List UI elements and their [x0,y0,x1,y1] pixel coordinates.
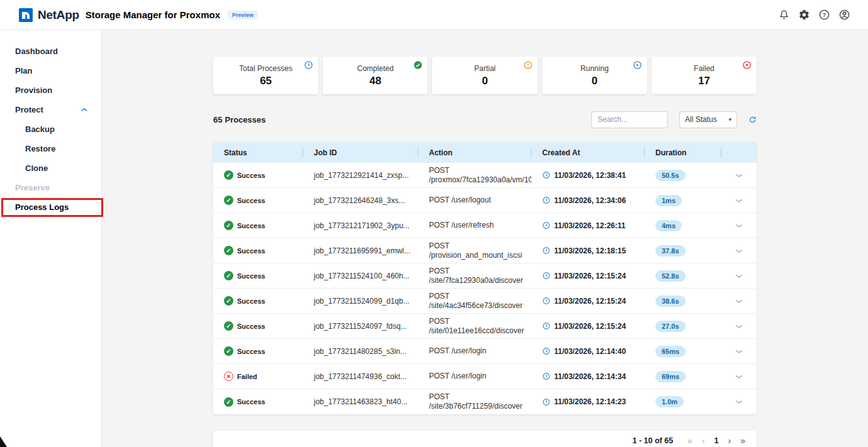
netapp-logo-icon [19,8,33,22]
table-row: ✓Success job_1773212171902_3ypu... POST … [213,213,757,238]
table-row: ✓Success job_1773211480285_s3in... POST … [213,339,757,364]
success-icon: ✓ [224,321,233,331]
expand-chevron-down-icon[interactable] [733,372,745,381]
first-page-button[interactable]: « [687,436,693,445]
sidebar-item-dashboard[interactable]: Dashboard [0,41,101,61]
status-label: Success [237,323,265,330]
sidebar-item-label: Preserve [15,183,50,192]
stat-card-completed: Completed 48 [323,57,428,94]
pagination-bar: 1 - 10 of 65 « ‹ 1 › » [213,431,757,447]
refresh-icon[interactable] [748,116,757,124]
status-badge: ✓Success [224,221,265,230]
sidebar-item-provision[interactable]: Provision [0,80,101,100]
status-label: Success [237,247,265,255]
job-id: job_1773212171902_3ypu... [303,221,418,230]
table-row: ✓Success job_1773211463823_ht40... POST … [213,389,757,414]
status-label: Success [237,222,265,229]
success-icon: ✓ [224,346,233,356]
stat-value: 17 [698,75,710,87]
action: POST /site/3b76cf711259/discover [418,392,531,411]
stat-card-running: Running 0 [542,57,647,94]
current-page-number[interactable]: 1 [715,436,719,445]
status-filter-select[interactable]: All Status ▾ [679,111,737,128]
stat-label: Failed [694,64,715,73]
created-at: 11/03/2026, 12:18:15 [554,246,626,255]
action: POST /provision_and_mount_iscsi [418,241,531,260]
play-circle-icon [633,60,642,70]
expand-chevron-down-icon[interactable] [733,297,745,306]
sidebar-item-backup[interactable]: Backup [0,119,101,139]
sidebar-item-protect[interactable]: Protect [0,100,101,119]
expand-chevron-down-icon[interactable] [733,322,745,331]
expand-chevron-down-icon[interactable] [733,196,745,205]
job-id: job_1773211474936_cokt... [303,372,418,381]
expand-chevron-down-icon[interactable] [733,221,745,230]
chevron-up-icon [80,106,89,114]
expand-chevron-down-icon[interactable] [733,246,745,255]
action: POST /site/01e11ee16ccd/discover [418,317,531,336]
help-icon[interactable]: ? [818,9,830,21]
profile-icon[interactable] [838,9,850,21]
stat-cards: Total Processes 65 Completed 48 Partial … [213,57,757,94]
column-header-expand [721,142,757,163]
expand-chevron-down-icon[interactable] [733,347,745,356]
processes-count: 65Processes [213,115,269,124]
sidebar-item-plan[interactable]: Plan [0,61,101,80]
column-header-action: Action [418,142,531,163]
clock-icon [542,246,550,255]
job-id: job_1773211524100_460h... [303,272,418,280]
prev-page-button[interactable]: ‹ [702,436,705,445]
list-toolbar: 65Processes All Status ▾ [213,111,757,128]
preview-badge: Preview [228,11,258,19]
failed-icon: ✕ [224,372,233,381]
status-badge: ✓Success [224,346,265,356]
duration-badge: 1.0m [655,396,684,407]
table-row: ✓Success job_1773212646248_3xs... POST /… [213,188,757,213]
last-page-button[interactable]: » [740,436,745,445]
clock-icon [542,272,550,280]
stat-value: 0 [591,75,597,87]
status-badge: ✓Success [224,397,265,407]
sidebar-item-clone[interactable]: Clone [0,158,101,178]
expand-chevron-down-icon[interactable] [733,397,745,406]
stat-value: 65 [260,75,272,87]
status-label: Success [237,272,265,280]
svg-text:?: ? [822,12,825,18]
stat-label: Total Processes [239,64,292,73]
expand-chevron-down-icon[interactable] [733,171,745,180]
search-input[interactable] [591,111,668,128]
success-icon: ✓ [224,397,233,407]
sidebar-item-label: Protect [15,105,43,114]
expand-chevron-down-icon[interactable] [733,272,745,280]
status-label: Success [237,197,265,204]
created-at: 11/03/2026, 12:15:24 [554,322,626,331]
stat-value: 48 [369,75,381,87]
chevron-down-icon: ▾ [728,116,732,123]
status-filter-value: All Status [685,115,717,124]
sidebar-item-restore[interactable]: Restore [0,139,101,158]
sidebar-item-label: Backup [25,124,55,134]
table-row: ✓Success job_1773211695991_emwl... POST … [213,238,757,263]
processes-count-value: 65 [213,115,222,124]
clock-icon [542,221,550,229]
table-row: ✓Success job_1773211524099_d1qb... POST … [213,289,757,314]
settings-gear-icon[interactable] [798,9,810,21]
brand-group: NetApp Storage Manager for Proxmox Previ… [19,8,258,22]
status-label: Success [237,398,265,406]
duration-badge: 27.0s [655,321,686,332]
next-page-button[interactable]: › [728,436,732,445]
status-badge: ✓Success [224,321,265,331]
duration-badge: 37.8s [655,245,686,257]
status-badge: ✓Success [224,246,265,255]
action: POST /site/7fca12930a0a/discover [418,267,531,285]
sidebar-item-process-logs[interactable]: Process Logs [0,197,101,217]
notifications-bell-icon[interactable] [777,9,790,21]
success-icon: ✓ [224,170,233,180]
action: POST /site/4ac34f56ce73/discover [418,292,531,311]
status-badge: ✕Failed [224,372,257,381]
success-icon: ✓ [224,296,233,306]
job-id: job_1773211463823_ht40... [303,397,418,406]
created-at: 11/03/2026, 12:34:06 [554,196,626,205]
sidebar-item-label: Dashboard [15,47,58,56]
top-header: NetApp Storage Manager for Proxmox Previ… [0,0,868,30]
